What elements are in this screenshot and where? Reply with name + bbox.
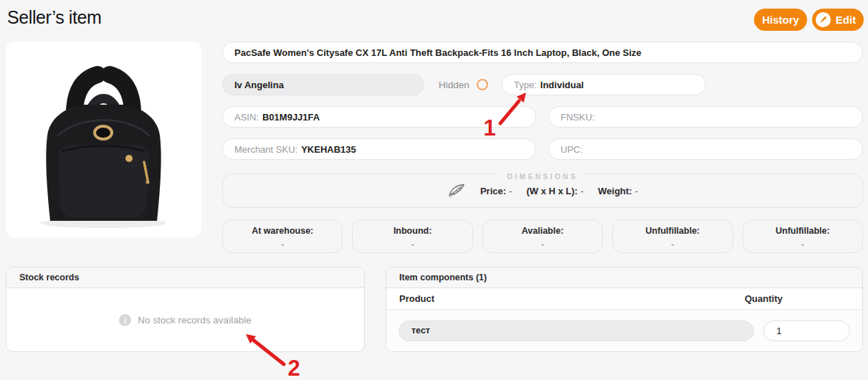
product-title-field[interactable]: PacSafe Women's Citysafe CX 17L Anti The… (222, 42, 863, 63)
upc-label: UPC: (561, 144, 583, 155)
whl-label: (W x H x L): (526, 186, 578, 196)
dim-price: Price: - (480, 186, 512, 196)
stock-records-empty-state: i No stock records available (6, 288, 364, 352)
stat-unfulfillable-2: Unfulfillable: - (743, 219, 863, 253)
owner-field[interactable]: Iv Angelina (222, 74, 424, 95)
owner-text: Iv Angelina (234, 80, 284, 90)
pencil-icon (816, 12, 831, 27)
stock-records-title: Stock records (6, 267, 364, 288)
annotation-number-2: 2 (287, 356, 300, 380)
price-value: - (509, 186, 512, 196)
fnsku-field[interactable]: FNSKU: (548, 106, 863, 128)
type-label: Type: (514, 80, 537, 90)
history-button-label: History (762, 14, 799, 26)
stat-at-warehouse: At warehouse: - (222, 219, 343, 253)
item-components-title: Item components (1) (386, 267, 862, 288)
stock-records-panel: Stock records i No stock records availab… (6, 267, 365, 352)
upc-field[interactable]: UPC: (548, 138, 863, 160)
edit-button-label: Edit (836, 14, 856, 26)
asin-label: ASIN: (234, 112, 259, 123)
item-components-column-headers: Product Quantity (386, 288, 862, 310)
merchant-sku-value: YKEHAB135 (301, 144, 356, 155)
dim-whl: (W x H x L): - (526, 186, 583, 196)
page-title: Seller’s item (7, 7, 101, 28)
merchant-sku-field[interactable]: Merchant SKU: YKEHAB135 (222, 138, 536, 160)
asin-value: B01M9JJ1FA (262, 112, 320, 123)
feather-icon (447, 183, 466, 199)
type-field[interactable]: Type: Individual (502, 74, 706, 95)
whl-value: - (581, 186, 583, 196)
stat-unfulfillable-1: Unfulfillable: - (612, 219, 733, 253)
weight-label: Weight: (598, 186, 631, 196)
product-image-card (6, 42, 201, 237)
info-icon: i (119, 314, 131, 326)
stat-available: Avaliable: - (482, 219, 603, 253)
asin-field[interactable]: ASIN: B01M9JJ1FA (222, 106, 536, 128)
component-product-field[interactable]: тест (399, 320, 754, 341)
history-button[interactable]: History (754, 9, 807, 31)
fnsku-label: FNSKU: (561, 112, 595, 123)
component-row: тест 1 (386, 310, 862, 351)
edit-button[interactable]: Edit (812, 9, 864, 31)
hidden-radio[interactable] (477, 79, 488, 90)
stats-row: At warehouse: - Inbound: - Avaliable: - … (222, 219, 863, 253)
component-quantity-field[interactable]: 1 (763, 320, 850, 341)
item-components-panel: Item components (1) Product Quantity тес… (386, 267, 863, 352)
column-product: Product (399, 293, 434, 304)
price-label: Price: (480, 186, 506, 196)
stock-records-empty-message: No stock records available (138, 315, 251, 326)
dim-weight: Weight: - (598, 186, 638, 196)
type-value: Individual (540, 80, 584, 90)
stat-inbound: Inbound: - (352, 219, 472, 253)
column-quantity: Quantity (745, 293, 783, 304)
hidden-toggle-group: Hidden (439, 74, 488, 95)
merchant-sku-label: Merchant SKU: (234, 144, 297, 155)
dimensions-box: Price: - (W x H x L): - Weight: - (222, 174, 863, 208)
product-title-text: PacSafe Women's Citysafe CX 17L Anti The… (234, 47, 642, 58)
hidden-label: Hidden (439, 80, 469, 90)
weight-value: - (635, 186, 638, 196)
backpack-image (6, 42, 201, 237)
